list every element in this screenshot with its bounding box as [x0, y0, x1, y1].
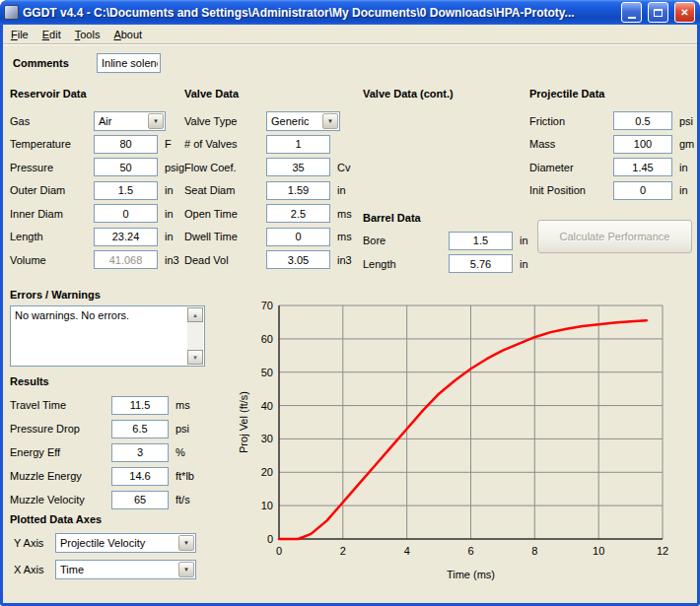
flow-coef-row: Flow Coef. Cv: [184, 156, 352, 179]
inner-diam-input[interactable]: [94, 204, 158, 223]
muzzle-energy-output[interactable]: [111, 467, 169, 486]
volume-row: Volume in3: [10, 248, 184, 272]
menu-file[interactable]: File: [4, 26, 35, 43]
pressure-drop-unit: psi: [175, 423, 189, 435]
outer-diam-label: Outer Diam: [10, 184, 94, 196]
comments-input[interactable]: [97, 53, 161, 73]
errors-textarea[interactable]: No warnings. No errors. ▲ ▼: [10, 305, 205, 367]
svg-text:0: 0: [267, 533, 273, 545]
dwell-time-label: Dwell Time: [184, 231, 266, 242]
inner-diam-unit: in: [165, 208, 174, 220]
valve-type-select[interactable]: Generic ▼: [266, 111, 340, 131]
menu-about-accel: A: [113, 29, 120, 40]
reservoir-length-input[interactable]: [94, 228, 158, 246]
results-section: Travel Time ms Pressure Drop psi Energy …: [10, 393, 194, 511]
svg-text:10: 10: [261, 500, 273, 511]
bore-input[interactable]: [449, 232, 513, 250]
travel-time-output[interactable]: [111, 396, 169, 415]
init-position-input[interactable]: [613, 181, 672, 200]
svg-text:4: 4: [404, 545, 410, 557]
diameter-label: Diameter: [529, 162, 613, 173]
chevron-down-icon: ▼: [148, 113, 164, 129]
chevron-down-icon: ▼: [322, 113, 338, 129]
projectile-section: Friction psi Mass gm Diameter in Init Po…: [529, 109, 694, 202]
comments-label: Comments: [13, 57, 69, 69]
dwell-time-row: Dwell Time ms: [184, 226, 352, 249]
maximize-button[interactable]: [648, 2, 668, 23]
num-valves-input[interactable]: [266, 135, 330, 154]
open-time-label: Open Time: [184, 208, 266, 220]
energy-eff-output[interactable]: [111, 443, 169, 462]
scroll-up-icon: ▲: [192, 312, 198, 318]
seat-diam-input[interactable]: [266, 181, 330, 200]
scroll-down-button[interactable]: ▼: [187, 350, 203, 365]
dwell-time-input[interactable]: [266, 228, 330, 246]
y-axis-label: Y Axis: [14, 537, 43, 549]
valve-section: Valve Type Generic ▼ # of Valves Flow Co…: [184, 109, 352, 272]
menu-edit-rest: dit: [49, 29, 61, 40]
valve-cont-section-title: Valve Data (cont.): [363, 88, 454, 100]
svg-text:30: 30: [261, 433, 273, 444]
minimize-button[interactable]: [621, 2, 642, 23]
minimize-icon: [628, 12, 636, 19]
diameter-unit: in: [679, 162, 688, 173]
svg-text:10: 10: [593, 545, 604, 557]
open-time-input[interactable]: [266, 204, 330, 223]
menu-tools[interactable]: Tools: [68, 26, 107, 43]
client-area: File Edit Tools About Comments Reservoir…: [3, 25, 697, 603]
svg-text:50: 50: [261, 367, 273, 378]
friction-input[interactable]: [613, 111, 672, 130]
travel-time-row: Travel Time ms: [10, 393, 194, 417]
outer-diam-unit: in: [165, 184, 174, 196]
pressure-input[interactable]: [94, 158, 158, 176]
y-axis-select[interactable]: Projectile Velocity ▼: [55, 533, 196, 553]
menu-about[interactable]: About: [106, 26, 149, 43]
app-icon: [4, 5, 19, 20]
outer-diam-input[interactable]: [94, 181, 158, 200]
dead-vol-label: Dead Vol: [184, 254, 266, 266]
init-position-label: Init Position: [529, 184, 613, 196]
volume-label: Volume: [10, 254, 94, 266]
flow-coef-input[interactable]: [266, 158, 330, 176]
energy-eff-unit: %: [175, 446, 185, 458]
volume-unit: in3: [165, 254, 179, 266]
bore-label: Bore: [363, 235, 449, 246]
muzzle-energy-label: Muzzle Energy: [10, 470, 111, 482]
chevron-down-icon: ▼: [178, 535, 194, 551]
svg-text:20: 20: [261, 466, 273, 478]
menu-about-rest: bout: [121, 29, 142, 40]
errors-scrollbar[interactable]: ▲ ▼: [187, 307, 203, 365]
diameter-input[interactable]: [613, 158, 672, 176]
barrel-length-unit: in: [520, 258, 528, 270]
inner-diam-label: Inner Diam: [10, 208, 94, 220]
pressure-drop-label: Pressure Drop: [10, 423, 111, 435]
temperature-row: Temperature F: [10, 133, 184, 157]
svg-text:6: 6: [467, 545, 473, 557]
gas-selected-value: Air: [99, 115, 111, 127]
mass-input[interactable]: [613, 135, 672, 154]
num-valves-row: # of Valves: [184, 133, 352, 157]
menu-file-rest: ile: [18, 29, 29, 40]
barrel-length-input[interactable]: [449, 254, 513, 273]
reservoir-length-row: Length in: [10, 226, 184, 249]
x-axis-select[interactable]: Time ▼: [55, 560, 196, 579]
pressure-drop-output[interactable]: [111, 420, 169, 438]
flow-coef-unit: Cv: [337, 162, 350, 173]
close-button[interactable]: ✕: [674, 2, 695, 23]
calculate-performance-button[interactable]: Calculate Performance: [537, 220, 692, 253]
travel-time-unit: ms: [175, 399, 190, 411]
svg-text:40: 40: [261, 400, 273, 412]
bore-unit: in: [520, 235, 528, 246]
temperature-input[interactable]: [94, 135, 158, 154]
projectile-section-title: Projectile Data: [529, 88, 604, 100]
window-title: GGDT v4.4 - C:\Documents and Settings\Ad…: [23, 6, 615, 20]
gas-label: Gas: [10, 115, 94, 127]
dead-vol-input[interactable]: [266, 250, 330, 269]
muzzle-velocity-output[interactable]: [111, 491, 169, 509]
reservoir-section-title: Reservoir Data: [10, 88, 87, 100]
menu-edit[interactable]: Edit: [35, 26, 68, 43]
gas-select[interactable]: Air ▼: [94, 111, 166, 131]
title-bar[interactable]: GGDT v4.4 - C:\Documents and Settings\Ad…: [0, 0, 700, 25]
scroll-up-button[interactable]: ▲: [187, 307, 203, 322]
barrel-section: Barrel Data Bore in Length in: [363, 206, 528, 276]
